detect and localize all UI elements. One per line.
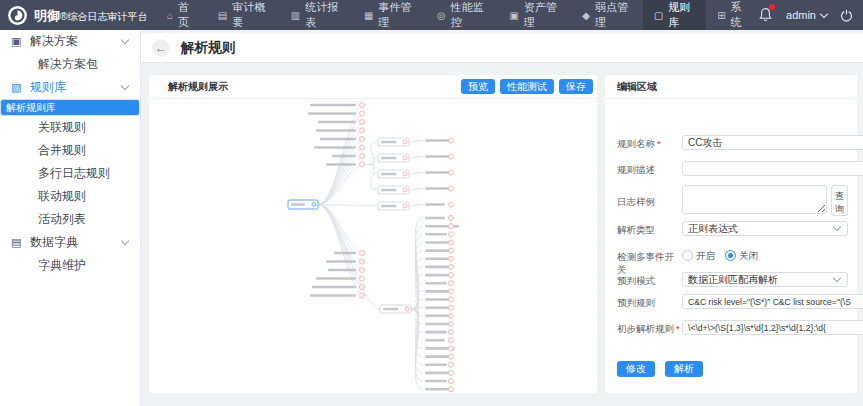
tree-leaf-label[interactable] (316, 277, 356, 280)
rule-desc-input[interactable] (682, 161, 863, 176)
query-button[interactable]: 查询 (831, 185, 848, 216)
tree-leaf-label[interactable] (425, 331, 447, 334)
tree-node-delete-icon[interactable] (359, 267, 364, 272)
tree-node-delete-icon[interactable] (405, 307, 409, 311)
tree-leaf-label[interactable] (425, 233, 447, 236)
log-sample-textarea[interactable] (682, 185, 827, 214)
tree-leaf-label[interactable] (310, 294, 356, 297)
tree-node-delete-icon[interactable] (403, 172, 407, 176)
tree-node-delete-icon[interactable] (359, 293, 364, 298)
parse-button[interactable]: 解析 (665, 361, 703, 377)
tree-leaf-label[interactable] (320, 138, 356, 141)
tree-leaf-label[interactable] (308, 112, 356, 115)
tree-node-delete-icon[interactable] (359, 153, 364, 158)
sidebar-item-correlation-rules[interactable]: 关联规则 (0, 116, 140, 139)
tree-node-delete-icon[interactable] (448, 346, 453, 351)
tree-root-expand-icon[interactable] (312, 203, 316, 207)
tree-node-delete-icon[interactable] (359, 284, 364, 289)
tree-node-delete-icon[interactable] (359, 145, 364, 150)
tree-leaf-label[interactable] (425, 171, 451, 174)
sidebar-item-activity-list[interactable]: 活动列表 (0, 208, 140, 231)
nav-item-rulebase[interactable]: ▢规则库 (643, 0, 706, 30)
tree-leaf-label[interactable] (425, 306, 451, 309)
tree-node-delete-icon[interactable] (403, 140, 407, 144)
tree-leaf-label[interactable] (326, 163, 356, 166)
tree-node-delete-icon[interactable] (448, 154, 453, 159)
tree-leaf-label[interactable] (425, 217, 445, 220)
tree-node-delete-icon[interactable] (448, 313, 453, 318)
tree-node-delete-icon[interactable] (359, 111, 364, 116)
tree-leaf-label[interactable] (425, 249, 451, 252)
nav-item-reports[interactable]: ▥统计报表 (280, 0, 353, 30)
tree-node-delete-icon[interactable] (403, 156, 407, 160)
tree-node-delete-icon[interactable] (448, 362, 453, 367)
tree-leaf-label[interactable] (318, 121, 356, 124)
prejudge-rule-input[interactable] (682, 294, 863, 309)
tree-node-delete-icon[interactable] (448, 256, 453, 261)
tree-node-delete-icon[interactable] (359, 250, 364, 255)
tree-leaf-label[interactable] (425, 266, 449, 269)
sidebar-item-multiline-log-rules[interactable]: 多行日志规则 (0, 162, 140, 185)
tree-node-delete-icon[interactable] (448, 378, 453, 383)
tree-node-delete-icon[interactable] (359, 136, 364, 141)
tree-node-delete-icon[interactable] (448, 321, 453, 326)
sidebar-item-solution-pack[interactable]: 解决方案包 (0, 53, 140, 76)
tree-node-delete-icon[interactable] (448, 224, 453, 229)
tree-leaf-label[interactable] (425, 315, 451, 318)
tree-leaf-label[interactable] (425, 323, 449, 326)
tree-node-delete-icon[interactable] (448, 232, 453, 237)
parse-type-select[interactable]: 正则表达式 (682, 221, 848, 236)
tree-node-delete-icon[interactable] (448, 297, 453, 302)
tree-leaf-label[interactable] (328, 269, 356, 272)
tree-leaf-label[interactable] (425, 380, 447, 383)
performance-test-button[interactable]: 性能测试 (500, 79, 554, 94)
tree-leaf-label[interactable] (425, 363, 447, 366)
tree-leaf-label[interactable] (425, 241, 449, 244)
sidebar-item-dictionary-maintain[interactable]: 字典维护 (0, 254, 140, 277)
tree-leaf-label[interactable] (332, 155, 356, 158)
prejudge-mode-select[interactable]: 数据正则匹配再解析 (682, 272, 848, 287)
tree-leaf-label[interactable] (425, 298, 449, 301)
tree-leaf-label[interactable] (312, 286, 356, 289)
tree-node-delete-icon[interactable] (448, 330, 453, 335)
tree-leaf-label[interactable] (316, 129, 356, 132)
tree-node-delete-icon[interactable] (448, 264, 453, 269)
tree-leaf-label[interactable] (425, 290, 451, 293)
nav-item-assets[interactable]: ▣资产管理 (498, 0, 571, 30)
tree-node-delete-icon[interactable] (359, 119, 364, 124)
tree-node-delete-icon[interactable] (448, 215, 453, 220)
nav-item-audit-overview[interactable]: ▤审计概要 (207, 0, 280, 30)
tree-node-delete-icon[interactable] (448, 170, 453, 175)
tree-leaf-label[interactable] (326, 260, 356, 263)
tree-leaf-label[interactable] (425, 372, 449, 375)
tree-leaf-label[interactable] (425, 355, 449, 358)
nav-item-home[interactable]: ⌂首页 (156, 0, 207, 30)
tree-leaf-label[interactable] (425, 339, 445, 342)
modify-button[interactable]: 修改 (617, 361, 655, 377)
tree-node-delete-icon[interactable] (403, 188, 407, 192)
tree-node-delete-icon[interactable] (448, 138, 453, 143)
tree-node-delete-icon[interactable] (359, 102, 364, 107)
tree-node-delete-icon[interactable] (448, 305, 453, 310)
radio-option-off[interactable]: 关闭 (725, 250, 758, 263)
tree-node-delete-icon[interactable] (359, 276, 364, 281)
tree-node-delete-icon[interactable] (359, 162, 364, 167)
tree-leaf-label[interactable] (425, 139, 451, 142)
power-icon[interactable] (840, 9, 853, 22)
sidebar-group-data-dictionary[interactable]: ▤ 数据字典 (0, 231, 140, 254)
tree-leaf-label[interactable] (425, 187, 449, 190)
admin-menu[interactable]: admin (786, 9, 827, 21)
sidebar-group-solutions[interactable]: ▣ 解决方案 (0, 30, 140, 53)
tree-leaf-label[interactable] (310, 104, 356, 107)
tree-node-delete-icon[interactable] (403, 204, 407, 208)
rule-parse-tree[interactable] (149, 98, 597, 393)
preview-button[interactable]: 预览 (461, 79, 495, 94)
notification-bell-icon[interactable] (759, 7, 773, 23)
rule-name-input[interactable] (682, 135, 863, 150)
tree-node-delete-icon[interactable] (359, 259, 364, 264)
nav-item-system[interactable]: ⊞系统 (706, 0, 759, 30)
sidebar-item-merge-rules[interactable]: 合并规则 (0, 139, 140, 162)
sidebar-item-linkage-rules[interactable]: 联动规则 (0, 185, 140, 208)
tree-leaf-label[interactable] (425, 203, 445, 206)
tree-node-delete-icon[interactable] (448, 370, 453, 375)
